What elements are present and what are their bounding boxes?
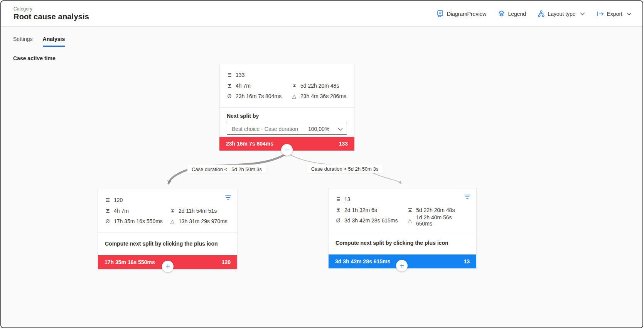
avg-value: 23h 16m 7s 804ms [236, 93, 282, 99]
min-stat: 4h 7m [105, 205, 170, 216]
left-expand-node-button[interactable]: + [162, 261, 174, 272]
export-label: Export [607, 11, 622, 17]
export-chevron-icon [627, 12, 632, 15]
right-node-stats: 13 2d 1h 32m 6s 5d 22h 20m 48s [329, 188, 476, 232]
deviation-icon: △ [170, 218, 175, 224]
org-chart-icon [538, 10, 545, 17]
average-icon: Ø [335, 217, 341, 224]
diagram-preview-label: DiagramPreview [447, 11, 487, 17]
dev-value: 13h 31m 29s 970ms [179, 218, 228, 224]
avg-value: 3d 3h 42m 28s 615ms [344, 217, 398, 224]
deviation-icon: △ [407, 217, 413, 224]
legend-button[interactable]: Legend [498, 10, 526, 17]
select-chevron-icon [338, 125, 343, 132]
max-icon [170, 209, 175, 213]
plus-icon: + [400, 262, 404, 270]
right-node-card: 13 2d 1h 32m 6s 5d 22h 20m 48s [328, 188, 477, 269]
plus-icon: + [165, 263, 170, 270]
min-icon [227, 83, 232, 88]
avg-value: 17h 35m 16s 550ms [114, 218, 163, 224]
left-bar-value: 17h 35m 16s 550ms [105, 259, 155, 265]
toolbar: DiagramPreview Legend [437, 10, 632, 17]
root-bar-value: 23h 16m 7s 804ms [226, 141, 273, 147]
case-count-stat: 13 [335, 194, 469, 204]
left-bar-count: 120 [222, 259, 231, 265]
case-count-stat: 120 [105, 195, 230, 205]
avg-stat: Ø 3d 3h 42m 28s 615ms [335, 215, 407, 226]
collapse-node-button[interactable]: − [281, 144, 293, 156]
layout-type-chevron-icon [580, 12, 585, 15]
next-split-label: Next split by [220, 108, 354, 121]
left-node-hint: Compute next split by clicking the plus … [98, 233, 237, 255]
avg-stat: Ø 23h 16m 7s 804ms [227, 91, 292, 101]
layout-type-label: Layout type [548, 11, 575, 17]
header-titles: Category Root cause analysis [13, 6, 89, 21]
average-icon: Ø [227, 93, 232, 99]
edge-label-left: Case duration <= 5d 2h 50m 3s [187, 165, 266, 174]
min-value: 2d 1h 32m 6s [344, 207, 377, 213]
root-node-stats: 133 4h 7m 5d 22h 20m 48s [220, 64, 354, 107]
diagram-preview-icon [437, 10, 444, 17]
max-value: 2d 11h 54m 51s [179, 208, 217, 214]
dev-value: 23h 4m 36s 286ms [300, 93, 346, 99]
root-bar-count: 133 [339, 141, 348, 147]
min-value: 4h 7m [236, 83, 251, 89]
legend-label: Legend [508, 11, 526, 17]
max-icon [407, 208, 413, 212]
count-icon [335, 197, 341, 202]
dev-value: 1d 2h 40m 56s 650ms [416, 214, 469, 227]
analysis-canvas: Settings Analysis Case active time Case … [1, 27, 643, 328]
split-percent-value: 100,00% [308, 126, 329, 132]
deviation-stat: △ 23h 4m 36s 286ms [292, 91, 347, 101]
header: Category Root cause analysis DiagramPrev… [1, 1, 642, 27]
tab-settings[interactable]: Settings [13, 36, 33, 47]
right-expand-node-button[interactable]: + [396, 260, 408, 271]
diagram-preview-button[interactable]: DiagramPreview [437, 10, 487, 17]
max-stat: 5d 22h 20m 48s [407, 205, 469, 215]
max-stat: 2d 11h 54m 51s [170, 205, 230, 216]
right-node-hint: Compute next split by clicking the plus … [329, 232, 476, 254]
section-title: Case active time [13, 55, 56, 61]
min-stat: 2d 1h 32m 6s [335, 205, 407, 215]
deviation-stat: △ 13h 31m 29s 970ms [170, 216, 230, 226]
average-icon: Ø [105, 218, 110, 224]
right-bar-value: 3d 3h 42m 28s 615ms [335, 258, 390, 265]
deviation-icon: △ [292, 93, 297, 99]
case-count-stat: 133 [227, 70, 347, 80]
next-split-select[interactable]: Best choice - Case duration 100,00% [227, 123, 347, 135]
legend-layers-icon [498, 10, 505, 17]
export-button[interactable]: Export [597, 11, 632, 17]
max-icon [292, 83, 297, 88]
split-option-value: Best choice - Case duration [232, 126, 298, 132]
export-icon [597, 11, 604, 17]
left-node-stats: 120 4h 7m 2d 11h 54m 51s [98, 189, 237, 232]
max-stat: 5d 22h 20m 48s [292, 80, 347, 91]
left-node-card: 120 4h 7m 2d 11h 54m 51s [98, 189, 238, 270]
right-bar-count: 13 [464, 258, 470, 265]
edge-label-right: Case duration > 5d 2h 50m 3s [307, 164, 383, 173]
min-value: 4h 7m [114, 208, 129, 214]
max-value: 5d 22h 20m 48s [416, 207, 455, 213]
min-icon [105, 209, 110, 213]
root-node-card: 133 4h 7m 5d 22h 20m 48s [219, 64, 354, 141]
count-icon [105, 198, 110, 202]
case-count-value: 13 [344, 196, 351, 202]
case-count-value: 120 [114, 197, 123, 203]
count-icon [227, 73, 232, 77]
max-value: 5d 22h 20m 48s [300, 83, 339, 89]
page-title: Root cause analysis [13, 12, 89, 21]
deviation-stat: △ 1d 2h 40m 56s 650ms [407, 215, 469, 226]
category-label: Category [13, 6, 89, 12]
min-stat: 4h 7m [227, 80, 292, 91]
minus-icon: − [285, 146, 289, 154]
tab-analysis[interactable]: Analysis [43, 36, 65, 47]
case-count-value: 133 [236, 72, 244, 78]
tab-bar: Settings Analysis [13, 36, 65, 47]
app-window: Category Root cause analysis DiagramPrev… [0, 0, 643, 328]
avg-stat: Ø 17h 35m 16s 550ms [105, 216, 170, 226]
layout-type-button[interactable]: Layout type [538, 10, 585, 17]
min-icon [335, 208, 341, 212]
